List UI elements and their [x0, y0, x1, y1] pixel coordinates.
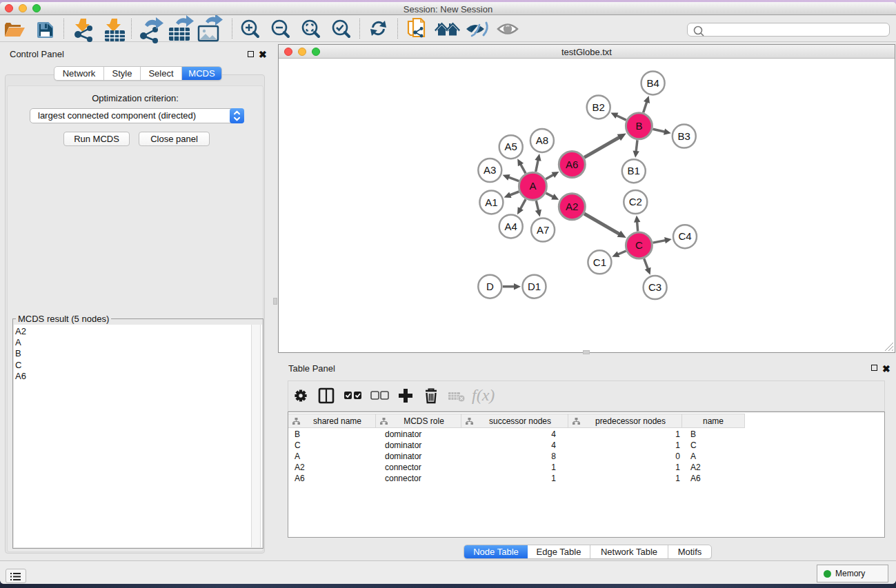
svg-text:C2: C2	[629, 196, 642, 207]
svg-text:A5: A5	[505, 141, 517, 152]
svg-text:A2: A2	[566, 201, 578, 212]
svg-text:C3: C3	[648, 281, 661, 293]
svg-text:C: C	[635, 239, 643, 251]
svg-text:A7: A7	[537, 224, 549, 236]
svg-text:A3: A3	[484, 164, 496, 176]
svg-text:f(x): f(x)	[472, 386, 495, 404]
svg-text:A8: A8	[536, 134, 548, 146]
svg-text:B2: B2	[593, 101, 605, 113]
svg-text:D1: D1	[528, 281, 541, 292]
svg-text:B4: B4	[646, 77, 659, 89]
svg-text:B: B	[635, 120, 642, 132]
svg-text:A4: A4	[505, 221, 517, 232]
svg-text:C1: C1	[593, 256, 606, 268]
svg-text:A: A	[529, 180, 536, 192]
svg-text:B1: B1	[628, 165, 640, 176]
svg-text:D: D	[486, 281, 494, 292]
svg-text:A1: A1	[485, 196, 497, 208]
svg-text:A6: A6	[566, 159, 578, 170]
svg-text:C4: C4	[678, 230, 691, 242]
svg-text:B3: B3	[678, 130, 690, 142]
